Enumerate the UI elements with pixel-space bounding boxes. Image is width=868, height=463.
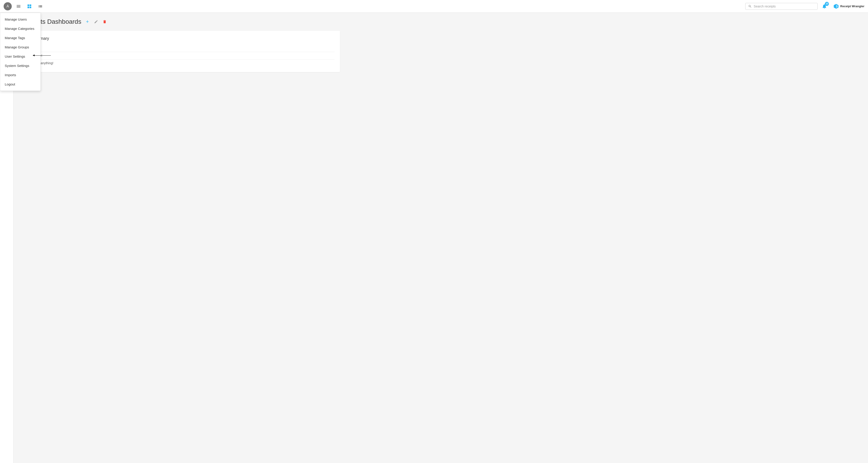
navbar: A 10 Receipt Wrangler <box>0 0 347 13</box>
summary-title: ipt Summary <box>26 36 335 41</box>
header-actions: + <box>84 18 108 25</box>
dropdown-menu: Manage UsersManage CategoriesManage Tags… <box>0 13 41 91</box>
avatar[interactable]: A <box>4 2 12 10</box>
dropdown-item-manage-users[interactable]: Manage Users <box>0 15 40 24</box>
arrow-annotation <box>33 55 51 56</box>
add-dashboard-button[interactable]: + <box>84 18 91 25</box>
summary-row-3: don't owe anything! <box>26 59 335 67</box>
list-view-button[interactable] <box>36 2 44 10</box>
edit-dashboard-button[interactable] <box>93 18 99 25</box>
dropdown-item-logout[interactable]: Logout <box>0 80 40 89</box>
dropdown-item-manage-categories[interactable]: Manage Categories <box>0 24 40 33</box>
dropdown-item-system-settings[interactable]: System Settings <box>0 61 40 70</box>
grid-view-button[interactable] <box>25 2 33 10</box>
page-header: Receipts Dashboards + <box>21 18 340 25</box>
dropdown-item-user-settings[interactable]: User Settings <box>0 52 40 61</box>
dropdown-item-imports[interactable]: Imports <box>0 70 40 80</box>
summary-card: ipt Summary ve Me y owes me! don't owe a… <box>21 31 340 72</box>
dropdown-item-manage-tags[interactable]: Manage Tags <box>0 33 40 42</box>
hamburger-button[interactable] <box>14 2 23 10</box>
main-content: Receipts Dashboards + ipt Summary ve Me … <box>13 13 347 185</box>
delete-dashboard-button[interactable] <box>101 18 108 25</box>
summary-row-2: y owes me! <box>26 52 335 59</box>
dropdown-item-manage-groups[interactable]: Manage Groups <box>0 42 40 52</box>
summary-row-1: ve Me <box>26 44 335 52</box>
